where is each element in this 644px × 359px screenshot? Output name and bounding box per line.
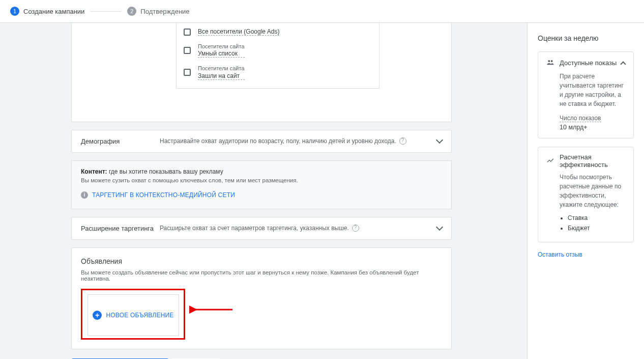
- audience-row[interactable]: Все посетители (Google Ads): [184, 24, 372, 39]
- expansion-label: Расширение таргетинга: [81, 225, 160, 232]
- audience-name: Зашли на сайт: [198, 72, 245, 80]
- svg-point-2: [551, 60, 553, 62]
- content-title: Контент: где вы хотите показывать вашу р…: [81, 168, 442, 175]
- audience-name: Все посетители (Google Ads): [198, 28, 279, 36]
- audience-row[interactable]: Посетители сайта Умный список: [184, 39, 372, 61]
- content-section: Контент: где вы хотите показывать вашу р…: [71, 160, 452, 209]
- step-1-number: 1: [10, 7, 19, 16]
- chevron-down-icon[interactable]: [436, 224, 443, 231]
- checkbox[interactable]: [184, 69, 191, 76]
- performance-card: Расчетная эффективность Чтобы посмотреть…: [538, 147, 634, 242]
- list-item: Бюджет: [568, 225, 625, 232]
- step-2-label: Подтверждение: [140, 8, 189, 15]
- list-item: Ставка: [568, 214, 625, 222]
- ads-desc: Вы можете создать объявление сейчас или …: [81, 269, 442, 282]
- plus-icon: +: [93, 311, 102, 320]
- content-subtitle: Вы можете сузить охват с помощью ключевы…: [81, 177, 442, 183]
- impressions-body: При расчете учитывается таргетинг и друг…: [560, 72, 625, 108]
- ads-title: Объявления: [81, 257, 442, 265]
- people-icon: [546, 58, 554, 68]
- impressions-metric-value: 10 млрд+: [560, 124, 625, 131]
- annotation-arrow: [189, 305, 235, 315]
- impressions-card: Доступные показы При расчете учитывается…: [538, 51, 634, 139]
- chevron-down-icon[interactable]: [436, 136, 443, 144]
- trend-icon: [546, 156, 554, 166]
- checkbox[interactable]: [184, 29, 191, 36]
- audience-category: Посетители сайта: [198, 43, 245, 50]
- audience-name: Умный список: [198, 50, 245, 58]
- chevron-up-icon[interactable]: [620, 61, 626, 67]
- impressions-header: Доступные показы: [560, 59, 621, 67]
- stepper: 1 Создание кампании 2 Подтверждение: [0, 0, 644, 23]
- performance-header: Расчетная эффективность: [560, 153, 625, 169]
- demography-desc: Настраивайте охват аудитории по возрасту…: [160, 137, 431, 145]
- new-ad-label: НОВОЕ ОБЪЯВЛЕНИЕ: [106, 312, 173, 319]
- estimates-sidebar: Оценки за неделю Доступные показы При ра…: [527, 23, 644, 359]
- checkbox[interactable]: [184, 47, 191, 54]
- new-ad-highlight: + НОВОЕ ОБЪЯВЛЕНИЕ: [81, 289, 185, 340]
- impressions-metric-label: Число показов: [560, 115, 601, 122]
- help-icon[interactable]: [352, 225, 359, 232]
- step-divider: [91, 11, 121, 12]
- audience-row[interactable]: Посетители сайта Зашли на сайт: [184, 61, 372, 82]
- audiences-card: Все посетители (Google Ads) Посетители с…: [71, 23, 452, 122]
- targeting-link[interactable]: ТАРГЕТИНГ В КОНТЕКСТНО-МЕДИЙНОЙ СЕТИ: [92, 191, 235, 199]
- step-2-number: 2: [127, 7, 136, 16]
- demography-row[interactable]: Демография Настраивайте охват аудитории …: [71, 130, 452, 153]
- svg-point-1: [548, 60, 550, 62]
- performance-list: Ставка Бюджет: [560, 214, 625, 232]
- expansion-desc: Расширьте охват за счет параметров тарге…: [160, 225, 431, 232]
- audience-category: Посетители сайта: [198, 65, 245, 72]
- feedback-link[interactable]: Оставить отзыв: [538, 251, 582, 258]
- help-icon[interactable]: [399, 137, 406, 145]
- new-ad-button[interactable]: + НОВОЕ ОБЪЯВЛЕНИЕ: [87, 294, 179, 336]
- expansion-row[interactable]: Расширение таргетинга Расширьте охват за…: [71, 217, 452, 240]
- demography-label: Демография: [81, 137, 160, 145]
- audiences-list: Все посетители (Google Ads) Посетители с…: [176, 23, 379, 89]
- ads-card: Объявления Вы можете создать объявление …: [71, 247, 452, 349]
- sidebar-title: Оценки за неделю: [538, 34, 634, 42]
- info-icon: i: [81, 191, 88, 199]
- step-1-label[interactable]: Создание кампании: [23, 8, 84, 15]
- performance-body: Чтобы посмотреть расчетные данные по эфф…: [560, 173, 625, 209]
